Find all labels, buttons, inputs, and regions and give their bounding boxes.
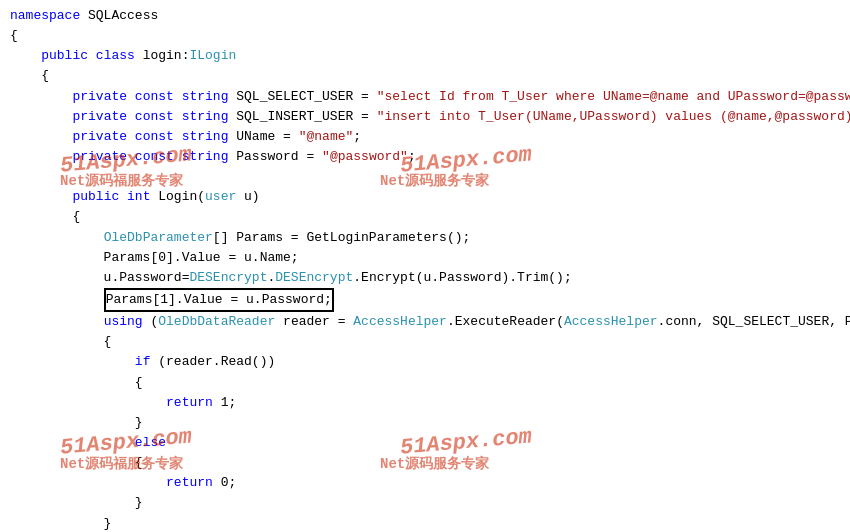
code-line-15: Params[1].Value = u.Password; [10,288,840,312]
code-line-13: Params[0].Value = u.Name; [10,248,840,268]
code-line-7: private const string UName = "@name"; [10,127,840,147]
code-line-26: } [10,514,840,532]
code-line-22: else [10,433,840,453]
code-editor: namespace SQLAccess { public class login… [0,0,850,532]
code-line-19: { [10,373,840,393]
code-line-9 [10,167,840,187]
code-line-4: { [10,66,840,86]
code-line-8: private const string Password = "@passwo… [10,147,840,167]
code-line-17: { [10,332,840,352]
code-line-24: return 0; [10,473,840,493]
code-line-20: return 1; [10,393,840,413]
code-line-11: { [10,207,840,227]
code-line-18: if (reader.Read()) [10,352,840,372]
code-line-16: using (OleDbDataReader reader = AccessHe… [10,312,840,332]
code-line-1: namespace SQLAccess [10,6,840,26]
code-line-23: { [10,453,840,473]
code-line-6: private const string SQL_INSERT_USER = "… [10,107,840,127]
code-line-25: } [10,493,840,513]
code-line-12: OleDbParameter[] Params = GetLoginParame… [10,228,840,248]
code-line-5: private const string SQL_SELECT_USER = "… [10,87,840,107]
code-line-10: public int Login(user u) [10,187,840,207]
code-line-21: } [10,413,840,433]
code-line-14: u.Password=DESEncrypt.DESEncrypt.Encrypt… [10,268,840,288]
code-line-3: public class login:ILogin [10,46,840,66]
code-line-2: { [10,26,840,46]
